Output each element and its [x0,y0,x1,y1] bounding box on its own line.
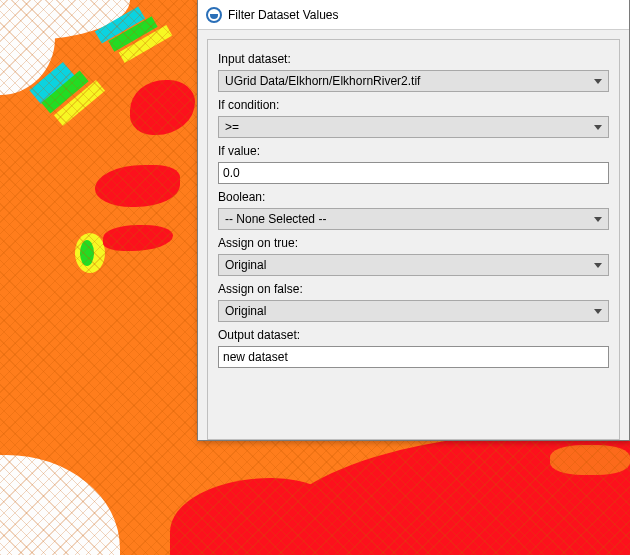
app-icon [206,7,222,23]
label-if-condition: If condition: [218,98,609,112]
select-assign-on-false-value: Original [225,304,266,318]
select-assign-on-false[interactable]: Original [218,300,609,322]
select-boolean[interactable]: -- None Selected -- [218,208,609,230]
select-if-condition-value: >= [225,120,239,134]
label-if-value: If value: [218,144,609,158]
input-if-value[interactable] [218,162,609,184]
map-green-blob [80,240,94,266]
input-output-dataset[interactable] [218,346,609,368]
chevron-down-icon [594,125,602,130]
chevron-down-icon [594,79,602,84]
dialog-body: Input dataset: UGrid Data/Elkhorn/Elkhor… [207,39,620,440]
map-red-blob-1 [130,80,195,135]
chevron-down-icon [594,217,602,222]
label-boolean: Boolean: [218,190,609,204]
label-assign-on-true: Assign on true: [218,236,609,250]
chevron-down-icon [594,263,602,268]
map-red-blob-3 [103,225,173,251]
select-input-dataset[interactable]: UGrid Data/Elkhorn/ElkhornRiver2.tif [218,70,609,92]
select-boolean-value: -- None Selected -- [225,212,326,226]
map-dark-orange-blob [550,445,630,475]
dialog-titlebar[interactable]: Filter Dataset Values [198,0,629,30]
label-output-dataset: Output dataset: [218,328,609,342]
chevron-down-icon [594,309,602,314]
map-red-mass-s [170,478,340,555]
map-red-blob-2 [95,165,180,207]
filter-dataset-dialog: Filter Dataset Values Input dataset: UGr… [197,0,630,441]
select-input-dataset-value: UGrid Data/Elkhorn/ElkhornRiver2.tif [225,74,420,88]
label-input-dataset: Input dataset: [218,52,609,66]
dialog-title: Filter Dataset Values [228,8,339,22]
select-assign-on-true[interactable]: Original [218,254,609,276]
map-land-sw [0,455,120,555]
label-assign-on-false: Assign on false: [218,282,609,296]
select-assign-on-true-value: Original [225,258,266,272]
select-if-condition[interactable]: >= [218,116,609,138]
